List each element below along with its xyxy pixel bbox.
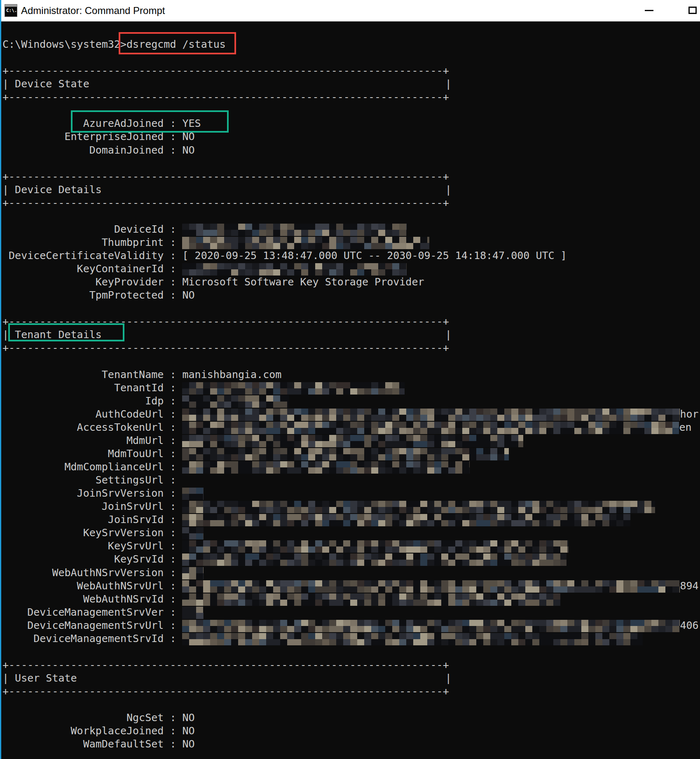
row-separator: : bbox=[164, 474, 182, 486]
row-webauthnsrvurl: WebAuthNSrvUrl : 894 bbox=[2, 579, 700, 593]
row-value: NO bbox=[182, 144, 194, 156]
row-deviceid: DeviceId : bbox=[2, 223, 700, 236]
row-keysrvversion: KeySrvVersion : bbox=[2, 526, 700, 539]
command-line[interactable]: C:\Windows\system32>dsregcmd /status bbox=[2, 38, 700, 51]
row-workplacejoined: WorkplaceJoined : NO bbox=[2, 724, 700, 738]
row-value-trailing-fragment: 406 bbox=[680, 619, 698, 631]
row-separator: : bbox=[164, 144, 182, 156]
row-value: manishbangia.com bbox=[182, 369, 281, 381]
redacted-value-mosaic bbox=[182, 422, 679, 434]
row-separator: : bbox=[164, 738, 182, 750]
section-title-pipe-left: | bbox=[2, 672, 15, 684]
row-enterprisejoined: EnterpriseJoined : NO bbox=[2, 130, 700, 143]
row-label: DeviceCertificateValidity bbox=[2, 249, 164, 262]
redacted-value-mosaic bbox=[182, 540, 569, 553]
row-separator: : bbox=[164, 448, 182, 460]
row-label: DeviceManagementSrvVer bbox=[2, 606, 164, 619]
row-mdmtouurl: MdmTouUrl : bbox=[2, 447, 700, 460]
row-label: MdmComplianceUrl bbox=[2, 460, 164, 474]
row-value: [ 2020-09-25 13:48:47.000 UTC -- 2030-09… bbox=[182, 250, 567, 262]
section-title-pipe-right: | bbox=[445, 672, 452, 685]
section-border-top: +---------------------------------------… bbox=[2, 170, 700, 183]
redacted-value-mosaic bbox=[182, 435, 523, 447]
row-value-trailing-fragment: hor bbox=[680, 408, 698, 420]
row-accesstokenurl: AccessTokenUrl : en bbox=[2, 421, 700, 434]
row-separator: : bbox=[164, 725, 182, 737]
window-left-border bbox=[0, 0, 1, 759]
minimize-button[interactable] bbox=[645, 10, 653, 11]
redacted-value-mosaic bbox=[182, 395, 289, 408]
redacted-value-mosaic bbox=[182, 567, 204, 579]
row-label: KeyProvider bbox=[2, 276, 164, 289]
row-separator: : bbox=[164, 567, 182, 579]
row-label: MdmUrl bbox=[2, 434, 164, 447]
row-thumbprint: Thumbprint : bbox=[2, 236, 700, 249]
row-value: NO bbox=[182, 738, 194, 750]
section-border-dashes: +---------------------------------------… bbox=[2, 91, 449, 103]
section-title: Device Details bbox=[15, 184, 102, 196]
row-devicemanagementsrvurl: DeviceManagementSrvUrl : 406 bbox=[2, 619, 700, 632]
row-label: AccessTokenUrl bbox=[2, 421, 164, 434]
row-settingsurl: SettingsUrl : bbox=[2, 474, 700, 487]
redacted-value-mosaic bbox=[182, 527, 204, 539]
row-separator: : bbox=[164, 434, 182, 446]
blank-line bbox=[2, 104, 700, 117]
section-title-line: | Device State| bbox=[2, 77, 700, 91]
row-separator: : bbox=[164, 289, 182, 301]
redacted-value-mosaic bbox=[182, 620, 680, 632]
row-value: NO bbox=[182, 131, 194, 142]
row-value: NO bbox=[182, 712, 194, 724]
command-prompt-window: ... C:\. Administrator: Command Prompt C… bbox=[0, 0, 700, 759]
row-wamdefaultset: WamDefaultSet : NO bbox=[2, 738, 700, 751]
row-separator: : bbox=[164, 421, 182, 433]
blank-line bbox=[2, 645, 700, 659]
row-separator: : bbox=[164, 540, 182, 552]
blank-line bbox=[2, 51, 700, 64]
redacted-value-mosaic bbox=[182, 409, 680, 421]
section-border-dashes: +---------------------------------------… bbox=[2, 659, 449, 671]
row-webauthnsrvid: WebAuthNSrvId : bbox=[2, 593, 700, 606]
row-separator: : bbox=[164, 633, 182, 645]
row-domainjoined: DomainJoined : NO bbox=[2, 144, 700, 157]
section-title-line: | User State| bbox=[2, 672, 700, 685]
row-separator: : bbox=[164, 606, 182, 618]
row-tenantname: TenantName : manishbangia.com bbox=[2, 368, 700, 381]
section-title-pipe-left: | bbox=[2, 329, 15, 341]
section-border-bottom: +---------------------------------------… bbox=[2, 685, 700, 698]
redacted-value-mosaic bbox=[182, 448, 509, 460]
row-separator: : bbox=[164, 461, 182, 473]
row-keysrvid: KeySrvId : bbox=[2, 553, 700, 566]
maximize-button[interactable] bbox=[688, 7, 697, 14]
row-label: Thumbprint bbox=[2, 236, 164, 249]
row-separator: : bbox=[164, 276, 182, 288]
blank-line bbox=[2, 302, 700, 315]
section-border-bottom: +---------------------------------------… bbox=[2, 196, 700, 210]
row-label: JoinSrvId bbox=[2, 513, 164, 526]
row-label: DeviceId bbox=[2, 223, 164, 236]
row-separator: : bbox=[164, 408, 182, 420]
redacted-value-mosaic bbox=[182, 461, 470, 474]
row-label: KeySrvUrl bbox=[2, 539, 164, 553]
row-label: WebAuthNSrvUrl bbox=[2, 579, 164, 593]
row-webauthnsrvversion: WebAuthNSrvVersion : bbox=[2, 566, 700, 579]
row-separator: : bbox=[164, 250, 182, 262]
section-title: Tenant Details bbox=[15, 329, 102, 341]
section-border-dashes: +---------------------------------------… bbox=[2, 170, 449, 182]
redacted-value-mosaic bbox=[182, 224, 407, 236]
terminal-output[interactable]: C:\Windows\system32>dsregcmd /status+---… bbox=[0, 21, 700, 759]
cmd-icon: ... C:\. bbox=[5, 4, 17, 17]
section-border-dashes: +---------------------------------------… bbox=[2, 315, 449, 327]
window-title: Administrator: Command Prompt bbox=[21, 0, 165, 21]
row-separator: : bbox=[164, 514, 182, 525]
cmd-icon-glyph: C:\. bbox=[6, 8, 17, 13]
section-border-bottom: +---------------------------------------… bbox=[2, 341, 700, 355]
row-azureadjoined: AzureAdJoined : YES bbox=[2, 117, 700, 130]
redacted-value-mosaic bbox=[182, 263, 407, 276]
row-label: WebAuthNSrvId bbox=[2, 593, 164, 606]
row-label: KeySrvVersion bbox=[2, 526, 164, 539]
section-title-line: | Tenant Details| bbox=[2, 328, 700, 341]
section-border-dashes: +---------------------------------------… bbox=[2, 342, 449, 354]
section-title-pipe-right: | bbox=[445, 328, 452, 341]
row-label: AuthCodeUrl bbox=[2, 408, 164, 421]
redacted-value-mosaic bbox=[182, 580, 680, 593]
